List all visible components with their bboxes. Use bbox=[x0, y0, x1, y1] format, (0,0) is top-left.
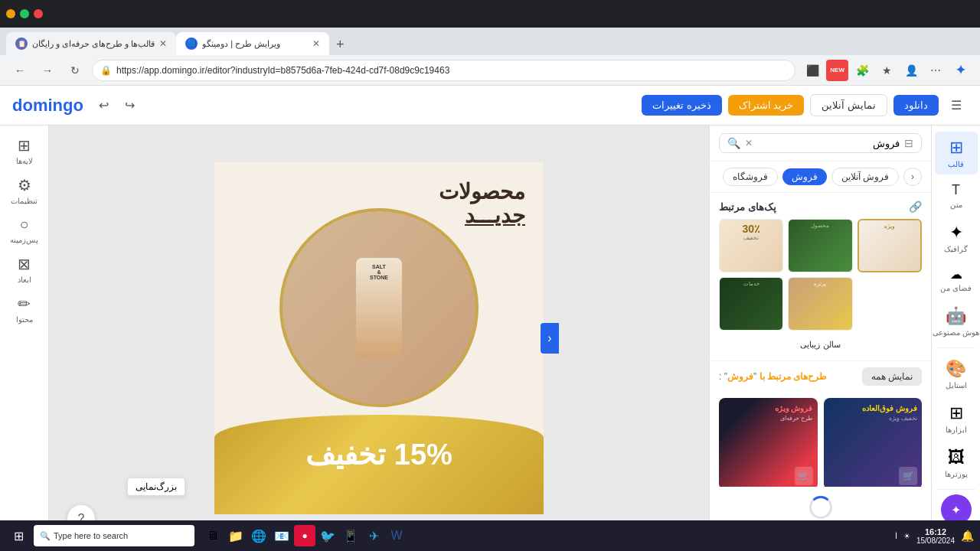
tag-pills: ‹ فروش آنلاین فروش فروشگاه bbox=[710, 161, 931, 193]
redo-button[interactable]: ↪ bbox=[119, 94, 142, 117]
more-btn[interactable]: ⋯ bbox=[925, 60, 946, 81]
tab1-title: قالب‌ها و طرح‌های حرفه‌ای و رایگان bbox=[32, 39, 155, 49]
profile-btn[interactable]: 👤 bbox=[900, 60, 922, 81]
template-icon: ⊞ bbox=[949, 138, 963, 158]
logo-text: domingo bbox=[12, 96, 83, 116]
icon-graphic[interactable]: ✦ گرافیک bbox=[935, 217, 978, 259]
taskbar-icon-files[interactable]: 📁 bbox=[225, 525, 247, 546]
tab1-close[interactable]: ✕ bbox=[159, 38, 167, 49]
tag-pill-online[interactable]: فروش آنلاین bbox=[831, 168, 899, 186]
template-card-1[interactable]: فروش ویژه طرح حرفه‌ای 🛒 bbox=[719, 398, 818, 487]
tool-dimensions[interactable]: ⊠ ابعاد bbox=[3, 250, 46, 289]
tool-settings[interactable]: ⚙ تنظیمات bbox=[3, 171, 46, 210]
search-clear-icon[interactable]: ✕ bbox=[745, 138, 753, 148]
undo-redo-group: ↩ ↪ bbox=[93, 94, 142, 117]
tool-layers[interactable]: ⊞ لایه‌ها bbox=[3, 132, 46, 170]
discount-text: 15% تخفیف bbox=[305, 439, 452, 471]
ai-icon: 🤖 bbox=[946, 306, 966, 326]
pack-item-3[interactable]: ویژه bbox=[858, 219, 922, 272]
tag-pill-sale[interactable]: فروش bbox=[782, 168, 827, 185]
refresh-button[interactable]: ↻ bbox=[64, 60, 86, 81]
undo-button[interactable]: ↩ bbox=[93, 94, 116, 117]
related-tag-title: طرح‌های مرتبط با ‎"فروش" : bbox=[719, 371, 827, 382]
tools-label: ابزارها bbox=[946, 425, 967, 434]
taskbar-icon-view[interactable]: 🖥 bbox=[202, 525, 224, 546]
taskbar-search[interactable]: 🔍 Type here to search bbox=[34, 525, 194, 546]
icon-text[interactable]: T متن bbox=[935, 176, 978, 215]
link-icon[interactable]: 🔗 bbox=[909, 201, 922, 213]
maximize-btn[interactable] bbox=[20, 9, 29, 18]
design-title-1: محصولات bbox=[439, 181, 525, 204]
icon-template[interactable]: ⊞ قالب bbox=[935, 132, 978, 174]
tool-settings-label: تنظیمات bbox=[11, 197, 38, 205]
taskbar-icon-mail[interactable]: 📧 bbox=[271, 525, 292, 546]
forward-button[interactable]: → bbox=[37, 60, 58, 81]
search-input[interactable] bbox=[757, 138, 900, 149]
icon-posters[interactable]: 🖼 پوزترها bbox=[935, 442, 978, 484]
taskbar-icon-red[interactable]: ● bbox=[294, 525, 315, 546]
browser-tabs: 📋 قالب‌ها و طرح‌های حرفه‌ای و رایگان ✕ 🟦… bbox=[0, 28, 980, 55]
menu-button[interactable]: ☰ bbox=[945, 94, 968, 117]
taskbar-notification-button[interactable]: 🔔 bbox=[961, 530, 974, 542]
taskbar-icon-twitter[interactable]: 🐦 bbox=[317, 525, 338, 546]
content-icon: ✏ bbox=[18, 295, 31, 313]
back-button[interactable]: ← bbox=[9, 60, 31, 81]
taskbar-icon-edge[interactable]: 🌐 bbox=[248, 525, 270, 546]
subscribe-button[interactable]: خرید اشتراک bbox=[728, 95, 805, 116]
filter-icon[interactable]: ⊟ bbox=[904, 137, 913, 149]
pack-item-2[interactable]: محصول bbox=[788, 219, 852, 272]
tool-content[interactable]: ✏ محتوا bbox=[3, 290, 46, 328]
tag-nav-prev[interactable]: ‹ bbox=[903, 168, 922, 186]
icon-myspace[interactable]: ☁ فضای من bbox=[935, 261, 978, 298]
save-button[interactable]: ذخیره تغییرات bbox=[642, 95, 722, 116]
text-icon: T bbox=[952, 182, 960, 198]
online-preview-button[interactable]: نمایش آنلاین bbox=[810, 94, 887, 116]
copilot-icon[interactable]: ✦ bbox=[949, 60, 971, 81]
taskbar-search-placeholder: Type here to search bbox=[54, 531, 128, 540]
taskbar-date: 15/08/2024 bbox=[916, 536, 955, 545]
address-bar[interactable]: 🔒 https://app.domingo.ir/editor?industry… bbox=[92, 60, 795, 81]
pack-item-4[interactable]: خدمات bbox=[719, 277, 783, 331]
show-all-button[interactable]: نمایش همه bbox=[862, 367, 922, 386]
start-button[interactable]: ⊞ bbox=[6, 523, 31, 548]
new-badge: NEW bbox=[826, 60, 848, 81]
canvas-title: محصولات جدیـــد bbox=[439, 181, 525, 228]
taskbar-icon-word[interactable]: W bbox=[386, 525, 407, 546]
browser-tab-1[interactable]: 📋 قالب‌ها و طرح‌های حرفه‌ای و رایگان ✕ bbox=[6, 32, 176, 55]
pack-item-5[interactable]: پرتره bbox=[788, 277, 852, 331]
pack-item-1[interactable]: 30٪ تخفیف bbox=[719, 219, 783, 272]
layers-icon: ⊞ bbox=[18, 136, 31, 155]
new-tab-button[interactable]: + bbox=[329, 34, 351, 55]
template-cart-icon-1[interactable]: 🛒 bbox=[795, 467, 813, 485]
template-overlay-2: 🛒 bbox=[824, 398, 923, 487]
icon-ai[interactable]: 🤖 هوش مصنوعی bbox=[935, 300, 978, 343]
minimize-btn[interactable] bbox=[6, 9, 15, 18]
browser-toolbar: ⬛ NEW 🧩 ★ 👤 ⋯ ✦ bbox=[802, 60, 971, 81]
extensions-btn[interactable]: 🧩 bbox=[851, 60, 873, 81]
download-button[interactable]: دانلود bbox=[893, 95, 939, 116]
icon-tools[interactable]: ⊞ ابزارها bbox=[935, 397, 978, 440]
url-text: https://app.domingo.ir/editor?industryId… bbox=[116, 65, 787, 76]
design-title-2: جدیـــد bbox=[439, 204, 525, 228]
myspace-icon: ☁ bbox=[950, 267, 962, 282]
tool-layers-label: لایه‌ها bbox=[16, 157, 33, 165]
tab2-close[interactable]: ✕ bbox=[312, 38, 320, 49]
taskbar-weather: ☀ bbox=[903, 532, 910, 540]
graphic-label: گرافیک bbox=[944, 245, 968, 253]
tool-background[interactable]: ○ پس‌زمینه bbox=[3, 211, 46, 249]
template-cart-icon-2[interactable]: 🛒 bbox=[899, 467, 917, 485]
extensions-icon[interactable]: ⬛ bbox=[802, 60, 823, 81]
bookmark-btn[interactable]: ★ bbox=[876, 60, 897, 81]
browser-titlebar bbox=[0, 0, 980, 28]
template-card-2[interactable]: فروش فوق‌العاده تخفیف ویژه 🛒 bbox=[824, 398, 923, 487]
icon-style[interactable]: 🎨 استایل bbox=[935, 353, 978, 396]
close-btn[interactable] bbox=[34, 9, 43, 18]
browser-tab-2[interactable]: 🟦 ویرایش طرح | دومینگو ✕ bbox=[176, 32, 329, 55]
panel-expand-button[interactable]: › bbox=[541, 323, 559, 354]
taskbar-icon-telegram[interactable]: ✈ bbox=[363, 525, 384, 546]
tag-pill-store[interactable]: فروشگاه bbox=[723, 168, 778, 186]
design-canvas: domingo domingo domingo domingo domingo … bbox=[214, 162, 544, 514]
related-tag-value: فروش bbox=[727, 371, 753, 382]
search-icon[interactable]: 🔍 bbox=[727, 137, 740, 149]
taskbar-icon-phone[interactable]: 📱 bbox=[340, 525, 361, 546]
